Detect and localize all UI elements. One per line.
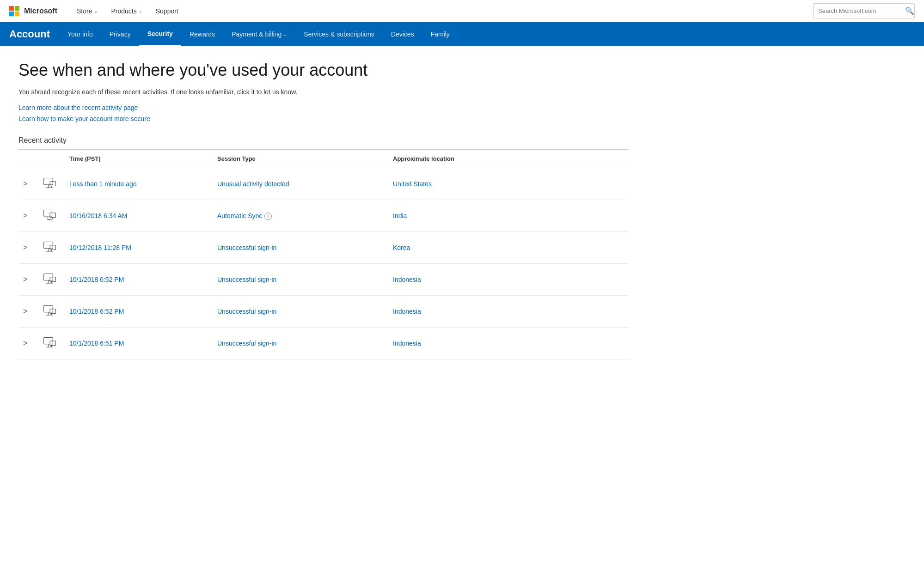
device-icon	[42, 207, 58, 224]
location-cell[interactable]: Indonesia	[388, 264, 629, 296]
main-content: See when and where you've used your acco…	[0, 46, 647, 373]
session-cell[interactable]: Unsuccessful sign-in	[213, 296, 388, 328]
session-cell[interactable]: Unsuccessful sign-in	[213, 232, 388, 264]
time-cell[interactable]: 10/1/2018 6:51 PM	[65, 328, 213, 359]
table-row[interactable]: > 10/16/2018 6:34 AM Automatic Synci Ind…	[18, 200, 629, 232]
recent-activity-section: Recent activity Time (PST) Session Type …	[18, 136, 629, 359]
expand-chevron-icon: >	[23, 243, 27, 251]
device-icon-cell	[37, 232, 65, 264]
time-cell[interactable]: 10/12/2018 11:28 PM	[65, 232, 213, 264]
nav-item-security[interactable]: Security	[139, 22, 181, 46]
microsoft-logo-text: Microsoft	[24, 7, 57, 15]
location-cell[interactable]: Indonesia	[388, 328, 629, 359]
device-icon-cell	[37, 168, 65, 200]
nav-item-services-subscriptions[interactable]: Services & subscriptions	[295, 22, 383, 46]
table-row[interactable]: > 10/1/2018 6:51 PM Unsuccessful sign-in…	[18, 328, 629, 359]
account-navigation: Account Your info Privacy Security Rewar…	[0, 22, 924, 46]
session-col-header: Session Type	[213, 150, 388, 168]
section-title: Recent activity	[18, 136, 629, 145]
device-icon	[42, 303, 58, 320]
table-row[interactable]: > 10/12/2018 11:28 PM Unsuccessful sign-…	[18, 232, 629, 264]
support-nav-link[interactable]: Support	[150, 0, 184, 22]
expand-cell[interactable]: >	[18, 200, 37, 232]
location-cell[interactable]: Korea	[388, 232, 629, 264]
device-icon	[42, 176, 58, 192]
learn-more-link[interactable]: Learn more about the recent activity pag…	[18, 104, 629, 111]
nav-item-privacy[interactable]: Privacy	[101, 22, 139, 46]
location-link[interactable]: Indonesia	[393, 340, 421, 347]
search-input[interactable]	[814, 5, 900, 17]
location-cell[interactable]: India	[388, 200, 629, 232]
icon-col-header	[37, 150, 65, 168]
location-cell[interactable]: Indonesia	[388, 296, 629, 328]
table-header-row: Time (PST) Session Type Approximate loca…	[18, 150, 629, 168]
search-button[interactable]: 🔍	[900, 4, 915, 18]
expand-col-header	[18, 150, 37, 168]
session-cell[interactable]: Unsuccessful sign-in	[213, 328, 388, 359]
time-link[interactable]: 10/1/2018 6:51 PM	[69, 340, 124, 347]
session-type-link[interactable]: Unsuccessful sign-in	[217, 244, 276, 251]
location-link[interactable]: India	[393, 212, 407, 219]
session-type-link[interactable]: Unsuccessful sign-in	[217, 276, 276, 283]
time-col-header: Time (PST)	[65, 150, 213, 168]
make-secure-link[interactable]: Learn how to make your account more secu…	[18, 115, 629, 122]
store-chevron-icon: ⌄	[94, 8, 98, 13]
expand-chevron-icon: >	[23, 307, 27, 315]
device-icon-cell	[37, 264, 65, 296]
expand-chevron-icon: >	[23, 339, 27, 347]
location-link[interactable]: Indonesia	[393, 276, 421, 283]
location-link[interactable]: Indonesia	[393, 308, 421, 315]
table-row[interactable]: > 10/1/2018 6:52 PM Unsuccessful sign-in…	[18, 264, 629, 296]
expand-cell[interactable]: >	[18, 168, 37, 200]
session-type-link[interactable]: Automatic Sync	[217, 212, 262, 219]
time-cell[interactable]: 10/1/2018 6:52 PM	[65, 296, 213, 328]
time-link[interactable]: 10/16/2018 6:34 AM	[69, 212, 127, 219]
page-title: See when and where you've used your acco…	[18, 60, 629, 80]
activity-table: Time (PST) Session Type Approximate loca…	[18, 149, 629, 359]
account-title: Account	[9, 22, 59, 46]
time-link[interactable]: Less than 1 minute ago	[69, 180, 137, 188]
microsoft-logo	[9, 6, 19, 16]
time-link[interactable]: 10/12/2018 11:28 PM	[69, 244, 131, 251]
expand-chevron-icon: >	[23, 180, 27, 188]
session-type-link[interactable]: Unsuccessful sign-in	[217, 308, 276, 315]
nav-item-your-info[interactable]: Your info	[59, 22, 101, 46]
top-nav-links: Store ⌄ Products ⌄ Support	[71, 0, 813, 22]
device-icon	[42, 239, 58, 256]
nav-item-rewards[interactable]: Rewards	[181, 22, 223, 46]
expand-cell[interactable]: >	[18, 328, 37, 359]
session-cell[interactable]: Unusual activity detected	[213, 168, 388, 200]
device-icon-cell	[37, 296, 65, 328]
device-icon	[42, 271, 58, 288]
nav-item-family[interactable]: Family	[422, 22, 458, 46]
session-type-link[interactable]: Unsuccessful sign-in	[217, 340, 276, 347]
time-cell[interactable]: 10/1/2018 6:52 PM	[65, 264, 213, 296]
products-chevron-icon: ⌄	[139, 8, 142, 13]
nav-item-payment-billing[interactable]: Payment & billing ⌄	[223, 22, 295, 46]
time-link[interactable]: 10/1/2018 6:52 PM	[69, 308, 124, 315]
table-row[interactable]: > 10/1/2018 6:52 PM Unsuccessful sign-in…	[18, 296, 629, 328]
session-type-link[interactable]: Unusual activity detected	[217, 180, 289, 188]
time-cell[interactable]: 10/16/2018 6:34 AM	[65, 200, 213, 232]
location-link[interactable]: Korea	[393, 244, 410, 251]
expand-cell[interactable]: >	[18, 264, 37, 296]
location-cell[interactable]: United States	[388, 168, 629, 200]
location-link[interactable]: United States	[393, 180, 432, 188]
page-subtitle: You should recognize each of these recen…	[18, 88, 629, 96]
expand-cell[interactable]: >	[18, 296, 37, 328]
table-row[interactable]: > Less than 1 minute ago Unusual activit…	[18, 168, 629, 200]
session-cell[interactable]: Automatic Synci	[213, 200, 388, 232]
logo-area[interactable]: Microsoft	[9, 6, 57, 16]
time-link[interactable]: 10/1/2018 6:52 PM	[69, 276, 124, 283]
search-box: 🔍	[813, 3, 915, 18]
session-cell[interactable]: Unsuccessful sign-in	[213, 264, 388, 296]
products-nav-link[interactable]: Products ⌄	[105, 0, 147, 22]
device-icon	[42, 335, 58, 352]
store-nav-link[interactable]: Store ⌄	[71, 0, 103, 22]
nav-item-devices[interactable]: Devices	[383, 22, 422, 46]
expand-cell[interactable]: >	[18, 232, 37, 264]
device-icon-cell	[37, 200, 65, 232]
time-cell[interactable]: Less than 1 minute ago	[65, 168, 213, 200]
svg-rect-7	[50, 213, 55, 218]
info-icon[interactable]: i	[264, 213, 272, 220]
